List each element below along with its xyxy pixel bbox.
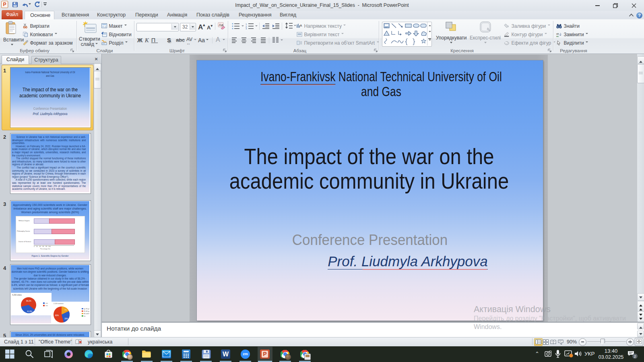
svg-text:41.8%: 41.8%: [27, 311, 32, 313]
svg-text:Aa: Aa: [219, 23, 223, 27]
svg-text:28%: 28%: [64, 318, 68, 320]
svg-text:7%: 7%: [64, 309, 67, 311]
svg-text:60%: 60%: [55, 315, 59, 317]
svg-text:58.2%: 58.2%: [26, 300, 31, 302]
svg-text:3: 3: [246, 27, 247, 29]
svg-text:ac: ac: [556, 35, 559, 37]
svg-text:35-60 years: 35-60 years: [84, 311, 89, 312]
svg-text:A: A: [300, 24, 302, 27]
svg-text:60 and more: 60 and more: [84, 313, 89, 315]
svg-text:na: na: [84, 315, 86, 317]
svg-text:2,115 women: 2,115 women: [54, 302, 64, 304]
svg-text:up 35 years: up 35 years: [84, 308, 89, 310]
svg-text:4,250 slides: 4,250 slides: [12, 294, 22, 296]
